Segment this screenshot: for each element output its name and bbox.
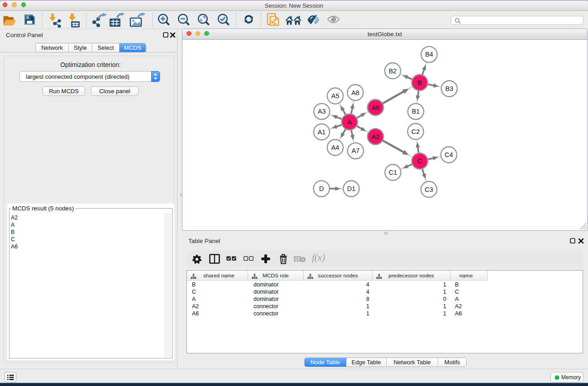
- svg-text:B1: B1: [412, 108, 420, 115]
- svg-text:B4: B4: [425, 51, 433, 58]
- svg-text:D1: D1: [347, 185, 356, 192]
- svg-text:B3: B3: [445, 85, 454, 92]
- svg-text:A7: A7: [352, 147, 360, 154]
- svg-text:A8: A8: [351, 89, 359, 96]
- svg-text:C2: C2: [411, 128, 420, 135]
- svg-text:A6: A6: [372, 104, 380, 111]
- svg-text:D: D: [319, 185, 324, 192]
- svg-text:B2: B2: [389, 67, 397, 75]
- svg-text:A2: A2: [372, 133, 380, 140]
- svg-text:A1: A1: [318, 129, 326, 136]
- svg-text:B: B: [417, 79, 422, 86]
- svg-text:C1: C1: [389, 169, 397, 176]
- svg-text:A4: A4: [331, 144, 339, 151]
- svg-text:C3: C3: [425, 186, 433, 193]
- svg-text:C4: C4: [445, 151, 453, 158]
- svg-text:A: A: [347, 119, 352, 126]
- svg-text:A5: A5: [331, 92, 339, 100]
- svg-text:A3: A3: [318, 108, 326, 115]
- svg-text:C: C: [417, 157, 422, 165]
